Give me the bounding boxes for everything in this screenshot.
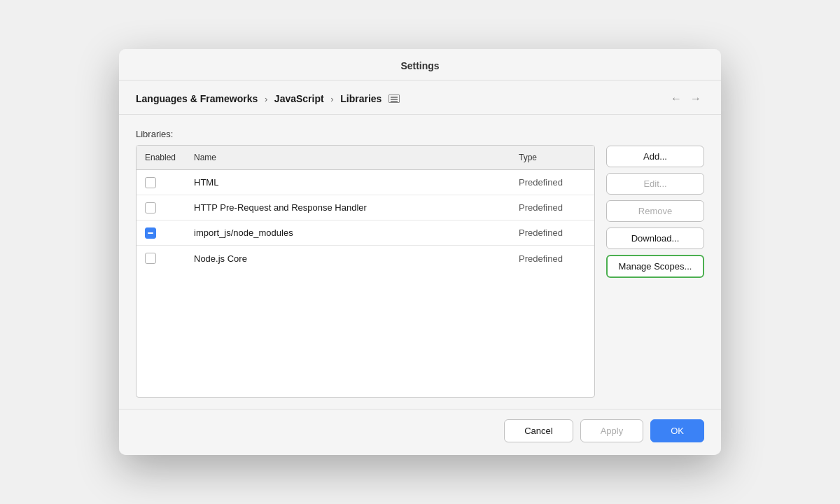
cell-name-3: Node.js Core [186,251,510,267]
breadcrumb-sep-0: › [262,94,270,104]
breadcrumb-part-1[interactable]: JavaScript [274,93,324,104]
libraries-table: Enabled Name Type HTML Predefined [136,145,595,398]
dialog-footer: Cancel Apply OK [119,409,721,455]
table-body: HTML Predefined HTTP Pre-Request and Res… [136,170,594,271]
cell-type-2: Predefined [510,225,594,241]
libraries-label: Libraries: [136,129,595,139]
cell-enabled-1[interactable] [136,200,186,216]
table-view-icon[interactable] [388,94,400,103]
cell-type-0: Predefined [510,174,594,190]
checkbox-2[interactable] [145,227,156,239]
breadcrumb-part-0[interactable]: Languages & Frameworks [136,93,258,104]
main-panel: Libraries: Enabled Name Type HTML [136,129,595,398]
content-area: Libraries: Enabled Name Type HTML [119,115,721,409]
table-header: Enabled Name Type [136,146,594,170]
breadcrumb-part-2[interactable]: Libraries [340,93,382,104]
nav-back-button[interactable]: ← [668,90,685,107]
cell-name-0: HTML [186,174,510,190]
breadcrumb: Languages & Frameworks › JavaScript › Li… [119,80,721,115]
checkbox-3[interactable] [145,253,156,264]
settings-dialog: Settings Languages & Frameworks › JavaSc… [119,49,721,455]
cell-enabled-2[interactable] [136,225,186,241]
table-row[interactable]: HTML Predefined [136,170,594,195]
table-row[interactable]: HTTP Pre-Request and Response Handler Pr… [136,195,594,220]
cell-name-2: import_js/node_modules [186,225,510,241]
remove-button: Remove [606,200,704,222]
apply-button: Apply [580,419,644,442]
cell-type-1: Predefined [510,200,594,216]
th-type: Type [510,150,594,165]
th-enabled: Enabled [136,150,186,165]
dialog-title: Settings [119,49,721,80]
manage-scopes-button[interactable]: Manage Scopes... [606,255,704,278]
cell-type-3: Predefined [510,251,594,267]
cell-enabled-3[interactable] [136,250,186,267]
download-button[interactable]: Download... [606,227,704,249]
checkbox-0[interactable] [145,177,156,188]
checkbox-1[interactable] [145,202,156,214]
cell-enabled-0[interactable] [136,174,186,191]
side-buttons-panel: Add... Edit... Remove Download... Manage… [606,129,704,398]
ok-button[interactable]: OK [650,419,704,442]
breadcrumb-sep-1: › [328,94,337,104]
cell-name-1: HTTP Pre-Request and Response Handler [186,200,510,216]
add-button[interactable]: Add... [606,146,704,167]
cancel-button[interactable]: Cancel [504,419,573,442]
nav-forward-button[interactable]: → [687,90,704,107]
th-name: Name [186,150,510,165]
table-row[interactable]: import_js/node_modules Predefined [136,220,594,246]
edit-button: Edit... [606,173,704,195]
table-row[interactable]: Node.js Core Predefined [136,246,594,271]
breadcrumb-nav: ← → [668,90,704,107]
